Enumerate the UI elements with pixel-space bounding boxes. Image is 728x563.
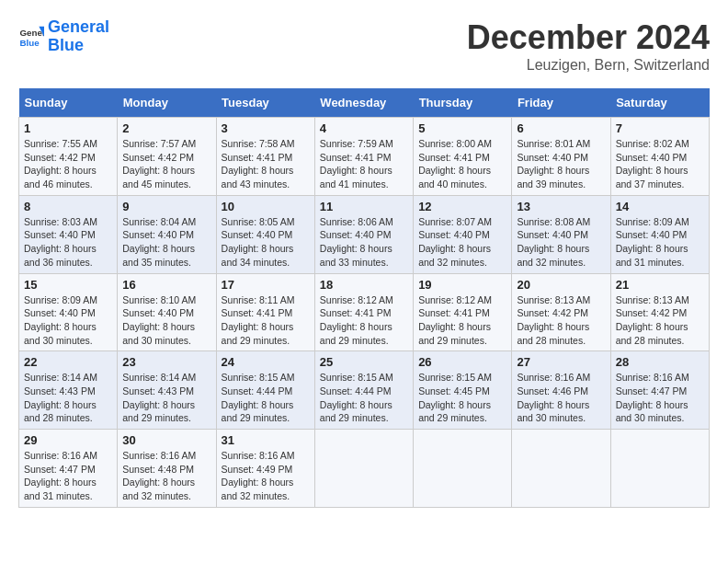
calendar-day-cell: 21 Sunrise: 8:13 AMSunset: 4:42 PMDaylig…	[610, 273, 709, 351]
day-info: Sunrise: 8:11 AMSunset: 4:41 PMDaylight:…	[222, 294, 295, 346]
calendar-day-cell: 11 Sunrise: 8:06 AMSunset: 4:40 PMDaylig…	[314, 195, 413, 273]
day-number: 8	[24, 200, 112, 213]
day-info: Sunrise: 8:16 AMSunset: 4:49 PMDaylight:…	[222, 450, 295, 501]
calendar-body: 1 Sunrise: 7:55 AMSunset: 4:42 PMDayligh…	[19, 118, 710, 508]
day-info: Sunrise: 8:09 AMSunset: 4:40 PMDaylight:…	[24, 294, 97, 346]
calendar-day-cell	[414, 430, 512, 508]
calendar-day-cell: 25 Sunrise: 8:15 AMSunset: 4:44 PMDaylig…	[314, 351, 413, 430]
day-number: 16	[122, 278, 210, 292]
title-block: December 2024 Leuzigen, Bern, Switzerlan…	[467, 18, 710, 74]
day-info: Sunrise: 8:15 AMSunset: 4:45 PMDaylight:…	[418, 372, 492, 423]
header: General Blue GeneralBlue December 2024 L…	[18, 18, 710, 74]
day-number: 26	[418, 355, 506, 369]
page-subtitle: Leuzigen, Bern, Switzerland	[467, 57, 710, 74]
day-info: Sunrise: 8:15 AMSunset: 4:44 PMDaylight:…	[222, 372, 295, 423]
day-info: Sunrise: 8:16 AMSunset: 4:47 PMDaylight:…	[616, 372, 689, 423]
page-title: December 2024	[467, 18, 710, 57]
day-info: Sunrise: 8:03 AMSunset: 4:40 PMDaylight:…	[24, 216, 97, 268]
svg-text:Blue: Blue	[19, 38, 40, 48]
calendar-day-cell: 24 Sunrise: 8:15 AMSunset: 4:44 PMDaylig…	[216, 351, 314, 430]
day-number: 27	[517, 355, 605, 369]
day-info: Sunrise: 7:58 AMSunset: 4:41 PMDaylight:…	[222, 138, 295, 190]
calendar-day-cell: 19 Sunrise: 8:12 AMSunset: 4:41 PMDaylig…	[414, 273, 512, 351]
day-info: Sunrise: 8:13 AMSunset: 4:42 PMDaylight:…	[517, 294, 590, 346]
day-number: 31	[222, 433, 310, 447]
day-info: Sunrise: 8:09 AMSunset: 4:40 PMDaylight:…	[616, 216, 689, 268]
calendar-day-cell: 9 Sunrise: 8:04 AMSunset: 4:40 PMDayligh…	[118, 195, 216, 273]
calendar-day-cell: 26 Sunrise: 8:15 AMSunset: 4:45 PMDaylig…	[414, 351, 512, 430]
calendar-day-cell: 15 Sunrise: 8:09 AMSunset: 4:40 PMDaylig…	[19, 273, 118, 351]
day-info: Sunrise: 8:13 AMSunset: 4:42 PMDaylight:…	[616, 294, 689, 346]
day-number: 10	[222, 200, 310, 213]
calendar-day-cell	[512, 430, 610, 508]
calendar-day-cell: 12 Sunrise: 8:07 AMSunset: 4:40 PMDaylig…	[414, 195, 512, 273]
calendar-week-row: 8 Sunrise: 8:03 AMSunset: 4:40 PMDayligh…	[19, 195, 710, 273]
calendar-week-row: 22 Sunrise: 8:14 AMSunset: 4:43 PMDaylig…	[19, 351, 710, 430]
calendar-day-cell: 13 Sunrise: 8:08 AMSunset: 4:40 PMDaylig…	[512, 195, 610, 273]
calendar-week-row: 29 Sunrise: 8:16 AMSunset: 4:47 PMDaylig…	[19, 430, 710, 508]
day-number: 15	[24, 278, 112, 292]
day-number: 25	[320, 355, 408, 369]
day-info: Sunrise: 8:04 AMSunset: 4:40 PMDaylight:…	[122, 216, 196, 268]
calendar-day-cell: 30 Sunrise: 8:16 AMSunset: 4:48 PMDaylig…	[118, 430, 216, 508]
day-info: Sunrise: 8:15 AMSunset: 4:44 PMDaylight:…	[320, 372, 393, 423]
day-info: Sunrise: 8:16 AMSunset: 4:48 PMDaylight:…	[122, 450, 196, 501]
calendar-day-cell	[314, 430, 413, 508]
calendar-header: SundayMondayTuesdayWednesdayThursdayFrid…	[19, 88, 710, 118]
day-number: 17	[222, 278, 310, 292]
day-number: 2	[122, 121, 210, 135]
calendar-day-cell: 1 Sunrise: 7:55 AMSunset: 4:42 PMDayligh…	[19, 118, 118, 196]
weekday-header: Thursday	[414, 88, 512, 118]
day-number: 6	[517, 121, 605, 135]
calendar-day-cell: 18 Sunrise: 8:12 AMSunset: 4:41 PMDaylig…	[314, 273, 413, 351]
calendar-day-cell: 20 Sunrise: 8:13 AMSunset: 4:42 PMDaylig…	[512, 273, 610, 351]
day-number: 14	[616, 200, 704, 213]
day-number: 7	[616, 121, 704, 135]
day-number: 13	[517, 200, 605, 213]
weekday-header: Sunday	[19, 88, 118, 118]
day-number: 21	[616, 278, 704, 292]
calendar-day-cell: 31 Sunrise: 8:16 AMSunset: 4:49 PMDaylig…	[216, 430, 314, 508]
day-number: 9	[122, 200, 210, 213]
day-number: 23	[122, 355, 210, 369]
calendar-day-cell: 4 Sunrise: 7:59 AMSunset: 4:41 PMDayligh…	[314, 118, 413, 196]
day-info: Sunrise: 8:07 AMSunset: 4:40 PMDaylight:…	[418, 216, 492, 268]
calendar-day-cell: 10 Sunrise: 8:05 AMSunset: 4:40 PMDaylig…	[216, 195, 314, 273]
calendar-day-cell: 5 Sunrise: 8:00 AMSunset: 4:41 PMDayligh…	[414, 118, 512, 196]
day-number: 1	[24, 121, 112, 135]
day-info: Sunrise: 7:59 AMSunset: 4:41 PMDaylight:…	[320, 138, 393, 190]
calendar-day-cell: 2 Sunrise: 7:57 AMSunset: 4:42 PMDayligh…	[118, 118, 216, 196]
weekday-header: Saturday	[610, 88, 709, 118]
calendar-day-cell: 27 Sunrise: 8:16 AMSunset: 4:46 PMDaylig…	[512, 351, 610, 430]
day-number: 5	[418, 121, 506, 135]
calendar-day-cell: 28 Sunrise: 8:16 AMSunset: 4:47 PMDaylig…	[610, 351, 709, 430]
calendar-week-row: 15 Sunrise: 8:09 AMSunset: 4:40 PMDaylig…	[19, 273, 710, 351]
calendar-day-cell: 3 Sunrise: 7:58 AMSunset: 4:41 PMDayligh…	[216, 118, 314, 196]
calendar-day-cell: 8 Sunrise: 8:03 AMSunset: 4:40 PMDayligh…	[19, 195, 118, 273]
day-number: 18	[320, 278, 408, 292]
day-info: Sunrise: 7:55 AMSunset: 4:42 PMDaylight:…	[24, 138, 97, 190]
calendar-day-cell: 23 Sunrise: 8:14 AMSunset: 4:43 PMDaylig…	[118, 351, 216, 430]
day-info: Sunrise: 8:14 AMSunset: 4:43 PMDaylight:…	[24, 372, 97, 423]
calendar-day-cell: 17 Sunrise: 8:11 AMSunset: 4:41 PMDaylig…	[216, 273, 314, 351]
calendar-day-cell: 22 Sunrise: 8:14 AMSunset: 4:43 PMDaylig…	[19, 351, 118, 430]
day-info: Sunrise: 8:16 AMSunset: 4:47 PMDaylight:…	[24, 450, 97, 501]
weekday-header: Wednesday	[314, 88, 413, 118]
weekday-header: Tuesday	[216, 88, 314, 118]
calendar-day-cell: 14 Sunrise: 8:09 AMSunset: 4:40 PMDaylig…	[610, 195, 709, 273]
weekday-header: Monday	[118, 88, 216, 118]
day-info: Sunrise: 8:12 AMSunset: 4:41 PMDaylight:…	[418, 294, 492, 346]
day-number: 11	[320, 200, 408, 213]
logo-icon: General Blue	[18, 24, 44, 50]
calendar-day-cell: 29 Sunrise: 8:16 AMSunset: 4:47 PMDaylig…	[19, 430, 118, 508]
day-info: Sunrise: 8:02 AMSunset: 4:40 PMDaylight:…	[616, 138, 689, 190]
weekday-header: Friday	[512, 88, 610, 118]
day-info: Sunrise: 8:06 AMSunset: 4:40 PMDaylight:…	[320, 216, 393, 268]
logo-text: GeneralBlue	[48, 18, 109, 55]
day-number: 20	[517, 278, 605, 292]
day-number: 4	[320, 121, 408, 135]
day-info: Sunrise: 8:08 AMSunset: 4:40 PMDaylight:…	[517, 216, 590, 268]
logo: General Blue GeneralBlue	[18, 18, 109, 55]
calendar-day-cell	[610, 430, 709, 508]
day-info: Sunrise: 8:05 AMSunset: 4:40 PMDaylight:…	[222, 216, 295, 268]
